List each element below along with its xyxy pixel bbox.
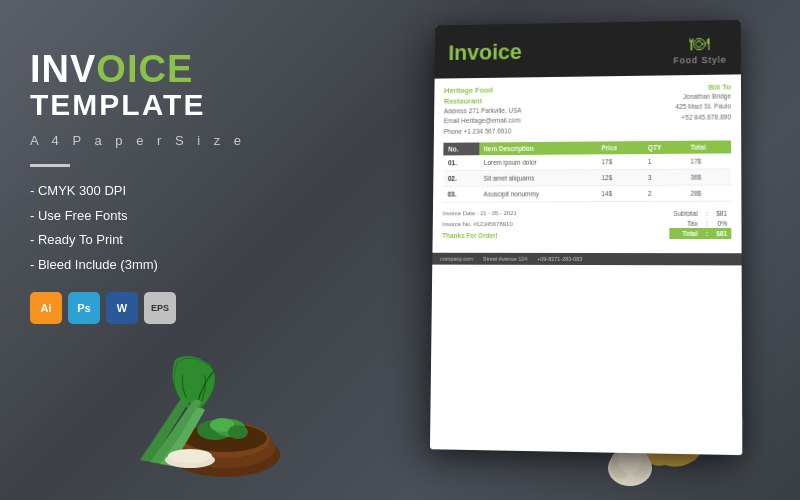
col-desc: Item Description (479, 142, 597, 156)
footer-website: company.com (440, 256, 473, 262)
tool-eps-icon: EPS (144, 292, 176, 324)
from-address: Address 271 Parkville, USA Email Heritag… (444, 105, 580, 137)
table-row: 03. Asuscipit nonummy 14$ 2 28$ (443, 185, 731, 202)
table-row: 01. Lorem ipsum dolor 17$ 1 17$ (443, 154, 731, 171)
svg-point-2 (180, 422, 270, 458)
invoice-body: Heritage Food Restaurant Address 271 Par… (432, 74, 741, 249)
tool-ai-icon: Ai (30, 292, 62, 324)
row2-price: 12$ (596, 170, 643, 186)
leaf-svg (155, 350, 235, 420)
footer-address: Street Avenue 124 (483, 256, 527, 262)
subtitle-paper: A 4 P a p e r S i z e (30, 133, 250, 148)
invoice-date-value: 21 - 05 - 2021 (480, 210, 517, 216)
title-accent: OICE (96, 48, 193, 90)
svg-point-3 (183, 424, 267, 452)
row1-desc: Lorem ipsum dolor (479, 155, 597, 171)
row3-no: 03. (443, 186, 479, 202)
invoice-from: Heritage Food Restaurant Address 271 Par… (444, 84, 580, 137)
row2-no: 02. (443, 171, 479, 187)
col-price: Price (597, 141, 644, 154)
total-label: Total (669, 228, 701, 239)
row3-price: 14$ (596, 186, 643, 202)
invoice-no-row: Invoice No. #12345678910 (442, 219, 516, 230)
company-name: Heritage Food Restaurant (444, 84, 580, 106)
row1-price: 17$ (596, 154, 643, 170)
total-row: Total : $81 (669, 228, 731, 239)
invoice-totals: Subtotal : $81 Tax : 0% Total : $81 (669, 208, 731, 242)
table-row: 02. Sit amet aliquams 12$ 3 36$ (443, 169, 731, 186)
chef-hat-icon: 🍽 (690, 32, 710, 55)
svg-point-5 (215, 419, 245, 437)
address-value: 271 Parkville, USA (469, 107, 522, 114)
invoice-date-row: Invoice Date : 21 - 05 - 2021 (443, 208, 517, 219)
svg-point-10 (608, 450, 652, 486)
feature-fonts: Use Free Fonts (30, 206, 250, 226)
email-label: Email (444, 118, 460, 125)
row3-qty: 2 (643, 185, 685, 201)
thank-you-text: Thanks For Order! (442, 230, 516, 242)
brand-label: Food Style (673, 55, 726, 66)
subtotal-value: $81 (712, 208, 731, 218)
to-street: 425 Mact St. Paulo (675, 103, 730, 111)
to-phone: +52 845.678.890 (681, 113, 731, 120)
subtotal-row: Subtotal : $81 (669, 208, 731, 218)
col-no: No. (443, 143, 479, 156)
leek-svg (130, 390, 250, 470)
invoice-title-plain: Inv (448, 40, 479, 65)
tax-value: 0% (712, 218, 731, 228)
invoice-date-label: Invoice Date (443, 210, 476, 216)
row3-total: 28$ (685, 185, 731, 201)
svg-point-12 (630, 451, 650, 479)
total-value: $81 (712, 228, 731, 239)
title-invoice: INVOICE (30, 50, 250, 88)
total-colon: : (702, 228, 712, 239)
feature-print: Ready To Print (30, 230, 250, 250)
svg-point-4 (197, 420, 233, 440)
invoice-no-label: Invoice No. (442, 221, 471, 227)
col-total: Total (685, 141, 731, 154)
to-address: Jonathan Bridge 425 Mact St. Paulo +52 8… (591, 91, 731, 123)
invoice-title: Invoice (448, 39, 522, 65)
to-name: Jonathan Bridge (683, 92, 731, 100)
totals-table: Subtotal : $81 Tax : 0% Total : $81 (669, 208, 731, 239)
row2-total: 36$ (685, 169, 731, 185)
tax-row: Tax : 0% (669, 218, 731, 228)
invoice-bottom-bar: company.com Street Avenue 124 +09-8271-2… (432, 253, 741, 266)
phone-label: Phone (444, 128, 462, 135)
svg-point-1 (175, 428, 275, 468)
tool-ps-icon: Ps (68, 292, 100, 324)
email-value: Heritage@email.com (461, 117, 520, 124)
tool-icons: Ai Ps W EPS (30, 292, 250, 324)
invoice-document: Invoice 🍽 Food Style Heritage Food Resta… (430, 20, 742, 455)
left-panel: INVOICE TEMPLATE A 4 P a p e r S i z e C… (30, 50, 250, 324)
invoice-header: Invoice 🍽 Food Style (435, 20, 741, 79)
title-plain: INV (30, 48, 96, 90)
invoice-addresses: Heritage Food Restaurant Address 271 Par… (444, 82, 731, 137)
address-label: Address (444, 107, 467, 114)
row1-no: 01. (443, 155, 479, 170)
bowl-svg (160, 380, 290, 480)
invoice-to: Bill To Jonathan Bridge 425 Mact St. Pau… (591, 82, 731, 135)
row1-total: 17$ (685, 154, 731, 170)
row1-qty: 1 (643, 154, 685, 170)
col-qty: QTY (643, 141, 685, 154)
divider (30, 164, 70, 167)
feature-bleed: Bleed Include (3mm) (30, 255, 250, 275)
invoice-no-value: #12345678910 (473, 221, 512, 227)
svg-point-9 (168, 449, 212, 463)
main-title: INVOICE TEMPLATE (30, 50, 250, 121)
invoice-brand: 🍽 Food Style (673, 32, 726, 66)
svg-point-6 (210, 418, 234, 432)
invoice-title-accent: oice (479, 39, 522, 64)
row3-desc: Asuscipit nonummy (479, 186, 597, 202)
subtotal-label: Subtotal (669, 208, 701, 218)
svg-point-8 (165, 452, 215, 468)
feature-cmyk: CMYK 300 DPI (30, 181, 250, 201)
invoice-table: No. Item Description Price QTY Total 01.… (443, 141, 731, 203)
svg-point-11 (610, 451, 630, 479)
features-list: CMYK 300 DPI Use Free Fonts Ready To Pri… (30, 181, 250, 274)
svg-point-7 (228, 425, 248, 439)
svg-point-0 (170, 433, 280, 477)
invoice-meta: Invoice Date : 21 - 05 - 2021 Invoice No… (442, 208, 516, 241)
invoice-footer-row: Invoice Date : 21 - 05 - 2021 Invoice No… (442, 208, 731, 242)
